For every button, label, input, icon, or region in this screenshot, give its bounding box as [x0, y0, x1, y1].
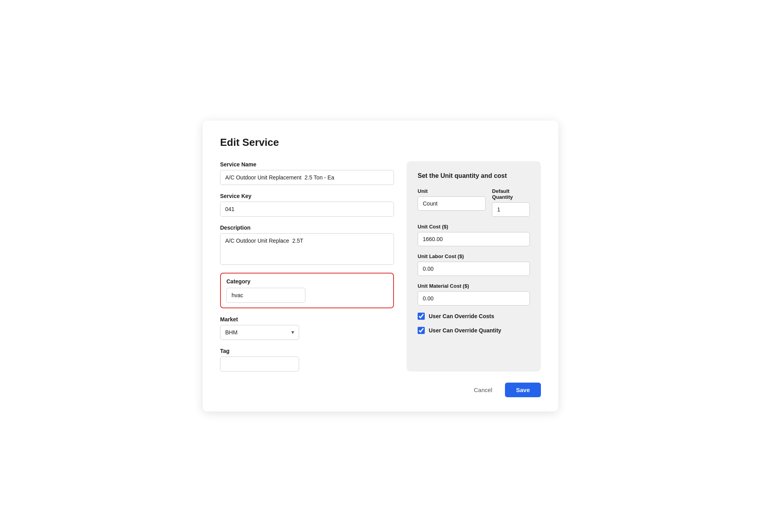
- tag-input[interactable]: [220, 357, 299, 372]
- unit-cost-group: Unit Cost ($): [418, 224, 530, 246]
- modal-footer: Cancel Save: [220, 383, 541, 397]
- override-costs-checkbox[interactable]: [418, 313, 425, 320]
- unit-label: Unit: [418, 188, 486, 194]
- market-label: Market: [220, 316, 394, 323]
- override-costs-label: User Can Override Costs: [429, 313, 494, 319]
- unit-labor-cost-group: Unit Labor Cost ($): [418, 253, 530, 276]
- unit-material-cost-label: Unit Material Cost ($): [418, 283, 530, 289]
- unit-labor-cost-label: Unit Labor Cost ($): [418, 253, 530, 259]
- service-key-input[interactable]: [220, 202, 394, 217]
- service-name-label: Service Name: [220, 161, 394, 168]
- market-group: Market BHM ATL DFW HOU ▼: [220, 316, 394, 340]
- tag-label: Tag: [220, 348, 394, 354]
- tag-group: Tag: [220, 348, 394, 372]
- market-select[interactable]: BHM ATL DFW HOU: [220, 325, 299, 340]
- unit-material-cost-input[interactable]: [418, 291, 530, 306]
- override-qty-checkbox[interactable]: [418, 327, 425, 334]
- description-group: Description A/C Outdoor Unit Replace 2.5…: [220, 224, 394, 265]
- service-name-input[interactable]: [220, 170, 394, 185]
- service-name-group: Service Name: [220, 161, 394, 185]
- unit-labor-cost-input[interactable]: [418, 262, 530, 276]
- service-key-group: Service Key: [220, 193, 394, 217]
- left-panel: Service Name Service Key Description A/C…: [220, 161, 394, 372]
- category-label: Category: [226, 278, 388, 285]
- right-panel: Set the Unit quantity and cost Unit Defa…: [407, 161, 541, 372]
- override-qty-label: User Can Override Quantity: [429, 327, 501, 334]
- default-qty-label: Default Quantity: [492, 188, 530, 200]
- description-input[interactable]: A/C Outdoor Unit Replace 2.5T: [220, 233, 394, 265]
- market-select-wrapper: BHM ATL DFW HOU ▼: [220, 325, 299, 340]
- category-wrapper: Category: [220, 273, 394, 308]
- unit-cost-label: Unit Cost ($): [418, 224, 530, 230]
- override-costs-row: User Can Override Costs: [418, 313, 530, 320]
- cancel-button[interactable]: Cancel: [466, 383, 500, 397]
- unit-field-group: Unit: [418, 188, 486, 211]
- default-qty-input[interactable]: [492, 202, 530, 217]
- default-qty-field-group: Default Quantity: [492, 188, 530, 217]
- unit-cost-input[interactable]: [418, 232, 530, 246]
- description-label: Description: [220, 224, 394, 231]
- category-input[interactable]: [226, 288, 305, 303]
- unit-input[interactable]: [418, 196, 486, 211]
- unit-qty-row: Unit Default Quantity: [418, 188, 530, 217]
- edit-service-modal: Edit Service Service Name Service Key De…: [203, 121, 558, 411]
- service-key-label: Service Key: [220, 193, 394, 199]
- unit-material-cost-group: Unit Material Cost ($): [418, 283, 530, 306]
- save-button[interactable]: Save: [505, 383, 541, 397]
- modal-body: Service Name Service Key Description A/C…: [220, 161, 541, 372]
- override-qty-row: User Can Override Quantity: [418, 327, 530, 334]
- right-panel-title: Set the Unit quantity and cost: [418, 172, 530, 179]
- modal-title: Edit Service: [220, 136, 541, 149]
